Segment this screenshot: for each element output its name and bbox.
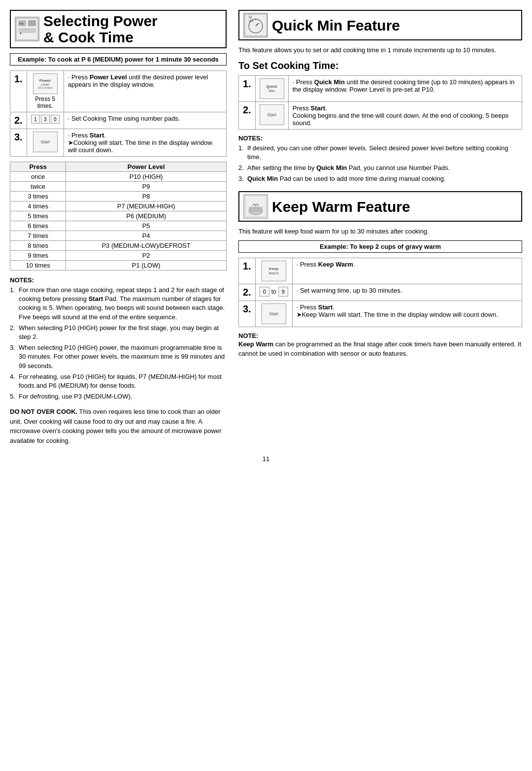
svg-text:P9: P9 xyxy=(19,22,24,26)
keep-warm-header: Keep Warm Feature xyxy=(238,191,522,222)
keep-warm-icon xyxy=(243,194,268,219)
qm-step-2-row: 2. Start Press Start. Cooking begins and… xyxy=(239,101,522,129)
right-note-3: Quick Min Pad can be used to add more ti… xyxy=(238,174,522,183)
left-notes-section: NOTES: For more than one stage cooking, … xyxy=(10,276,227,401)
quick-min-header: Q Min Quick Min Feature xyxy=(238,10,522,40)
level-p5: P5 xyxy=(66,221,227,231)
step-1-icon-cell: Power Level (10 Levels) Press 5 times. xyxy=(27,71,64,112)
step-1-instruction: · Press Power Level until the desired po… xyxy=(64,71,226,112)
power-row-1: once P10 (HIGH) xyxy=(10,172,227,182)
keep-warm-example-box: Example: To keep 2 cups of gravy warm xyxy=(238,240,522,253)
qm-step-1-num: 1. xyxy=(239,75,256,101)
kw-key-9: 9 xyxy=(278,287,288,297)
left-note-2: When selecting P10 (HIGH) power for the … xyxy=(10,324,227,341)
level-p3: P3 (MEDIUM-LOW)/DEFROST xyxy=(66,241,227,251)
quick-min-button-icon: Quick Min xyxy=(260,78,284,99)
power-level-button-icon: Power Level (10 Levels) xyxy=(33,73,58,94)
power-row-9: 9 times P2 xyxy=(10,251,227,261)
level-p4: P4 xyxy=(66,231,227,241)
right-notes-list: If desired, you can use other power leve… xyxy=(238,144,522,184)
press-6-times: 6 times xyxy=(10,221,66,231)
right-column: Q Min Quick Min Feature This feature all… xyxy=(238,10,522,359)
step-2-num: 2. xyxy=(10,112,27,129)
right-notes-section: NOTES: If desired, you can use other pow… xyxy=(238,134,522,184)
svg-rect-14 xyxy=(249,207,263,212)
step-1-num: 1. xyxy=(10,71,27,112)
selecting-power-header: P9 ▲ Selecting Power & Cook Time xyxy=(10,10,227,48)
svg-text:▲: ▲ xyxy=(19,32,22,34)
svg-text:Min: Min xyxy=(249,20,254,23)
left-note-4: For reheating, use P10 (HIGH) for liquid… xyxy=(10,372,227,390)
svg-text:Q: Q xyxy=(249,15,252,19)
kw-step-1-num: 1. xyxy=(239,258,256,284)
step-2-icon-cell: 1 3 0 xyxy=(27,112,64,129)
kw-step-3-num: 3. xyxy=(239,301,256,327)
left-note-5: For defrosting, use P3 (MEDIUM-LOW). xyxy=(10,392,227,401)
qm-start-button-icon: Start xyxy=(260,104,284,125)
power-table-header: Press Power Level xyxy=(10,162,227,172)
left-column: P9 ▲ Selecting Power & Cook Time Example… xyxy=(10,10,227,445)
do-not-overcook-text: DO NOT OVER COOK. This oven requires les… xyxy=(10,407,227,445)
kw-numpad: 0 to 9 xyxy=(260,287,288,297)
left-note-3: When selecting P10 (HIGH) power, the max… xyxy=(10,343,227,370)
power-row-6: 6 times P5 xyxy=(10,221,227,231)
keep-warm-note-title: NOTE: xyxy=(238,332,258,339)
level-p9: P9 xyxy=(66,182,227,192)
kw-step-2-icon-cell: 0 to 9 xyxy=(255,284,292,301)
example-box: Example: To cook at P 6 (MEDIUM) power f… xyxy=(10,53,227,66)
quick-min-description: This feature allows you to set or add co… xyxy=(238,45,522,55)
qm-step-1-instruction: · Press Quick Min until the desired cook… xyxy=(288,75,522,101)
press-8-times: 8 times xyxy=(10,241,66,251)
qm-step-2-num: 2. xyxy=(239,101,256,129)
svg-rect-5 xyxy=(28,20,36,26)
press-3-times: 3 times xyxy=(10,192,66,201)
level-p7: P7 (MEDIUM-HIGH) xyxy=(66,201,227,211)
kw-step-3-row: 3. Start · Press Start. ➤Keep Warm will … xyxy=(239,301,522,327)
to-set-cooking-time-header: To Set Cooking Time: xyxy=(238,60,522,71)
kw-step-1-row: 1. Keep Warm · Press Keep Warm. xyxy=(239,258,522,284)
selecting-power-icon: P9 ▲ xyxy=(15,17,39,41)
step-3-instruction: · Press Start. ➤Cooking will start. The … xyxy=(64,129,226,157)
step-1-press-label: Press 5 times. xyxy=(31,96,60,109)
step-3-row: 3. Start · Press Start. ➤Cooking will st… xyxy=(10,129,227,157)
page-layout: P9 ▲ Selecting Power & Cook Time Example… xyxy=(10,10,522,445)
page-number: 11 xyxy=(10,455,522,463)
press-7-times: 7 times xyxy=(10,231,66,241)
kw-step-2-row: 2. 0 to 9 · Set warming time, up to 30 m… xyxy=(239,284,522,301)
keep-warm-description: This feature will keep food warm for up … xyxy=(238,227,522,236)
qm-step-1-row: 1. Quick Min · Press Quick Min until the… xyxy=(239,75,522,101)
kw-step-3-instruction: · Press Start. ➤Keep Warm will start. Th… xyxy=(292,301,522,327)
step-2-row: 2. 1 3 0 · Set Cooking Time using number… xyxy=(10,112,227,129)
level-p2: P2 xyxy=(66,251,227,261)
step-3-icon-cell: Start xyxy=(27,129,64,157)
key-3: 3 xyxy=(41,115,50,124)
level-p10-high: P10 (HIGH) xyxy=(66,172,227,182)
press-10-times: 10 times xyxy=(10,261,66,270)
press-col-header: Press xyxy=(10,162,66,172)
left-note-1: For more than one stage cooking, repeat … xyxy=(10,286,227,322)
key-1: 1 xyxy=(31,115,40,124)
kw-step-1-icon-cell: Keep Warm xyxy=(255,258,292,284)
quick-min-title: Quick Min Feature xyxy=(272,17,400,34)
left-notes-title: NOTES: xyxy=(10,276,227,284)
level-p8: P8 xyxy=(66,192,227,201)
left-notes-list: For more than one stage cooking, repeat … xyxy=(10,286,227,401)
selecting-power-title: Selecting Power & Cook Time xyxy=(43,13,158,45)
step-3-num: 3. xyxy=(10,129,27,157)
kw-step-3-icon-cell: Start xyxy=(255,301,292,327)
power-row-3: 3 times P8 xyxy=(10,192,227,201)
power-row-10: 10 times P1 (LOW) xyxy=(10,261,227,270)
kw-to-label: to xyxy=(271,288,276,295)
step-1-row: 1. Power Level (10 Levels) Press 5 times… xyxy=(10,71,227,112)
kw-step-2-num: 2. xyxy=(239,284,256,301)
press-4-times: 4 times xyxy=(10,201,66,211)
quick-min-icon: Q Min xyxy=(243,13,268,37)
start-button-icon: Start xyxy=(33,132,58,152)
power-row-8: 8 times P3 (MEDIUM-LOW)/DEFROST xyxy=(10,241,227,251)
right-notes-title: NOTES: xyxy=(238,134,522,142)
kw-start-button-icon: Start xyxy=(262,303,286,324)
qm-step-1-icon-cell: Quick Min xyxy=(255,75,288,101)
kw-step-1-instruction: · Press Keep Warm. xyxy=(292,258,522,284)
qm-step-2-icon-cell: Start xyxy=(255,101,288,129)
power-row-4: 4 times P7 (MEDIUM-HIGH) xyxy=(10,201,227,211)
